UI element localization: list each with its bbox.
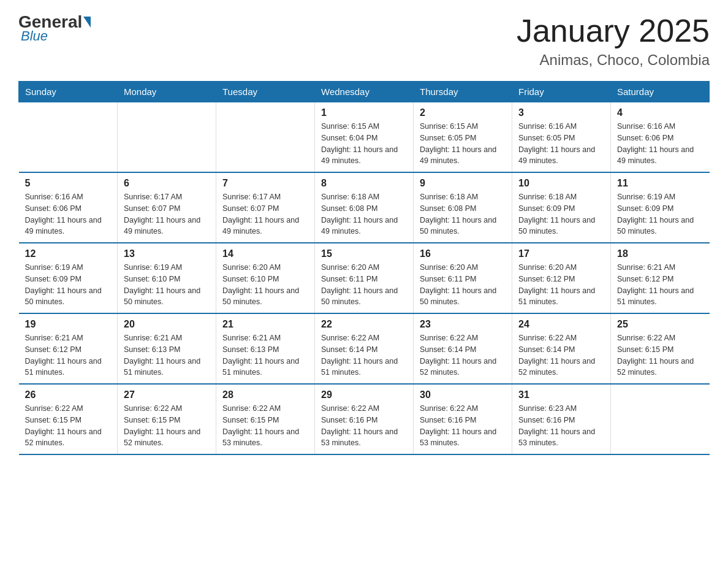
day-info: Sunrise: 6:15 AM Sunset: 6:05 PM Dayligh…: [420, 121, 506, 167]
header-day-monday: Monday: [118, 82, 216, 102]
day-number: 23: [420, 319, 506, 330]
day-number: 2: [420, 107, 506, 118]
day-info: Sunrise: 6:22 AM Sunset: 6:15 PM Dayligh…: [222, 403, 308, 449]
day-cell: 13Sunrise: 6:19 AM Sunset: 6:10 PM Dayli…: [118, 243, 216, 313]
day-number: 24: [518, 319, 604, 330]
day-number: 26: [25, 389, 112, 400]
header-day-thursday: Thursday: [414, 82, 512, 102]
day-cell: [118, 102, 216, 173]
day-number: 8: [321, 178, 407, 189]
day-cell: 30Sunrise: 6:22 AM Sunset: 6:16 PM Dayli…: [414, 384, 512, 454]
day-number: 14: [222, 248, 308, 259]
day-cell: 28Sunrise: 6:22 AM Sunset: 6:15 PM Dayli…: [216, 384, 315, 454]
day-info: Sunrise: 6:22 AM Sunset: 6:14 PM Dayligh…: [518, 332, 604, 378]
day-info: Sunrise: 6:19 AM Sunset: 6:10 PM Dayligh…: [124, 262, 210, 308]
day-cell: 23Sunrise: 6:22 AM Sunset: 6:14 PM Dayli…: [414, 313, 512, 384]
day-info: Sunrise: 6:21 AM Sunset: 6:12 PM Dayligh…: [617, 262, 703, 308]
day-number: 29: [321, 389, 407, 400]
day-number: 5: [25, 178, 112, 189]
day-info: Sunrise: 6:19 AM Sunset: 6:09 PM Dayligh…: [25, 262, 112, 308]
week-row-1: 1Sunrise: 6:15 AM Sunset: 6:04 PM Daylig…: [19, 102, 710, 173]
title-block: January 2025 Animas, Choco, Colombia: [517, 12, 710, 69]
day-cell: 22Sunrise: 6:22 AM Sunset: 6:14 PM Dayli…: [315, 313, 414, 384]
logo-arrow-icon: [83, 17, 91, 28]
day-info: Sunrise: 6:21 AM Sunset: 6:12 PM Dayligh…: [25, 332, 112, 378]
week-row-4: 19Sunrise: 6:21 AM Sunset: 6:12 PM Dayli…: [19, 313, 710, 384]
day-info: Sunrise: 6:21 AM Sunset: 6:13 PM Dayligh…: [124, 332, 210, 378]
day-cell: [19, 102, 118, 173]
calendar-subtitle: Animas, Choco, Colombia: [517, 52, 710, 69]
day-info: Sunrise: 6:20 AM Sunset: 6:12 PM Dayligh…: [518, 262, 604, 308]
day-info: Sunrise: 6:17 AM Sunset: 6:07 PM Dayligh…: [124, 191, 210, 237]
day-cell: 4Sunrise: 6:16 AM Sunset: 6:06 PM Daylig…: [611, 102, 710, 173]
day-number: 7: [222, 178, 308, 189]
header-day-tuesday: Tuesday: [216, 82, 315, 102]
day-cell: 9Sunrise: 6:18 AM Sunset: 6:08 PM Daylig…: [414, 172, 512, 243]
day-number: 11: [617, 178, 703, 189]
day-number: 16: [420, 248, 506, 259]
day-info: Sunrise: 6:21 AM Sunset: 6:13 PM Dayligh…: [222, 332, 308, 378]
day-number: 22: [321, 319, 407, 330]
day-info: Sunrise: 6:22 AM Sunset: 6:14 PM Dayligh…: [420, 332, 506, 378]
day-cell: 31Sunrise: 6:23 AM Sunset: 6:16 PM Dayli…: [512, 384, 611, 454]
day-number: 19: [25, 319, 112, 330]
day-cell: 29Sunrise: 6:22 AM Sunset: 6:16 PM Dayli…: [315, 384, 414, 454]
day-cell: 5Sunrise: 6:16 AM Sunset: 6:06 PM Daylig…: [19, 172, 118, 243]
day-number: 25: [617, 319, 703, 330]
day-number: 20: [124, 319, 210, 330]
logo: General Blue: [18, 12, 92, 44]
day-info: Sunrise: 6:19 AM Sunset: 6:09 PM Dayligh…: [617, 191, 703, 237]
day-cell: [216, 102, 315, 173]
logo-blue-text: Blue: [21, 28, 48, 44]
header-day-sunday: Sunday: [19, 82, 118, 102]
day-info: Sunrise: 6:22 AM Sunset: 6:15 PM Dayligh…: [124, 403, 210, 449]
day-info: Sunrise: 6:16 AM Sunset: 6:06 PM Dayligh…: [25, 191, 112, 237]
header-row: SundayMondayTuesdayWednesdayThursdayFrid…: [19, 82, 710, 102]
day-number: 30: [420, 389, 506, 400]
week-row-5: 26Sunrise: 6:22 AM Sunset: 6:15 PM Dayli…: [19, 384, 710, 454]
day-number: 18: [617, 248, 703, 259]
page-header: General Blue January 2025 Animas, Choco,…: [18, 12, 710, 69]
day-cell: 11Sunrise: 6:19 AM Sunset: 6:09 PM Dayli…: [611, 172, 710, 243]
day-info: Sunrise: 6:18 AM Sunset: 6:09 PM Dayligh…: [518, 191, 604, 237]
day-info: Sunrise: 6:22 AM Sunset: 6:14 PM Dayligh…: [321, 332, 407, 378]
day-cell: 14Sunrise: 6:20 AM Sunset: 6:10 PM Dayli…: [216, 243, 315, 313]
day-number: 27: [124, 389, 210, 400]
day-cell: 8Sunrise: 6:18 AM Sunset: 6:08 PM Daylig…: [315, 172, 414, 243]
day-cell: 17Sunrise: 6:20 AM Sunset: 6:12 PM Dayli…: [512, 243, 611, 313]
day-number: 10: [518, 178, 604, 189]
day-info: Sunrise: 6:20 AM Sunset: 6:10 PM Dayligh…: [222, 262, 308, 308]
day-cell: 1Sunrise: 6:15 AM Sunset: 6:04 PM Daylig…: [315, 102, 414, 173]
day-cell: 3Sunrise: 6:16 AM Sunset: 6:05 PM Daylig…: [512, 102, 611, 173]
calendar-title: January 2025: [517, 12, 710, 49]
day-number: 21: [222, 319, 308, 330]
day-cell: 2Sunrise: 6:15 AM Sunset: 6:05 PM Daylig…: [414, 102, 512, 173]
day-number: 17: [518, 248, 604, 259]
header-day-friday: Friday: [512, 82, 611, 102]
day-number: 4: [617, 107, 703, 118]
day-number: 12: [25, 248, 112, 259]
day-cell: 24Sunrise: 6:22 AM Sunset: 6:14 PM Dayli…: [512, 313, 611, 384]
day-number: 9: [420, 178, 506, 189]
day-cell: 25Sunrise: 6:22 AM Sunset: 6:15 PM Dayli…: [611, 313, 710, 384]
day-info: Sunrise: 6:16 AM Sunset: 6:05 PM Dayligh…: [518, 121, 604, 167]
day-cell: [611, 384, 710, 454]
week-row-2: 5Sunrise: 6:16 AM Sunset: 6:06 PM Daylig…: [19, 172, 710, 243]
day-cell: 19Sunrise: 6:21 AM Sunset: 6:12 PM Dayli…: [19, 313, 118, 384]
day-info: Sunrise: 6:18 AM Sunset: 6:08 PM Dayligh…: [420, 191, 506, 237]
day-cell: 15Sunrise: 6:20 AM Sunset: 6:11 PM Dayli…: [315, 243, 414, 313]
day-info: Sunrise: 6:22 AM Sunset: 6:16 PM Dayligh…: [420, 403, 506, 449]
day-cell: 12Sunrise: 6:19 AM Sunset: 6:09 PM Dayli…: [19, 243, 118, 313]
day-cell: 26Sunrise: 6:22 AM Sunset: 6:15 PM Dayli…: [19, 384, 118, 454]
day-number: 1: [321, 107, 407, 118]
day-cell: 18Sunrise: 6:21 AM Sunset: 6:12 PM Dayli…: [611, 243, 710, 313]
day-info: Sunrise: 6:16 AM Sunset: 6:06 PM Dayligh…: [617, 121, 703, 167]
calendar-body: 1Sunrise: 6:15 AM Sunset: 6:04 PM Daylig…: [19, 102, 710, 455]
day-info: Sunrise: 6:20 AM Sunset: 6:11 PM Dayligh…: [321, 262, 407, 308]
day-number: 28: [222, 389, 308, 400]
calendar-header: SundayMondayTuesdayWednesdayThursdayFrid…: [19, 82, 710, 102]
day-cell: 10Sunrise: 6:18 AM Sunset: 6:09 PM Dayli…: [512, 172, 611, 243]
day-cell: 7Sunrise: 6:17 AM Sunset: 6:07 PM Daylig…: [216, 172, 315, 243]
day-info: Sunrise: 6:17 AM Sunset: 6:07 PM Dayligh…: [222, 191, 308, 237]
day-number: 3: [518, 107, 604, 118]
